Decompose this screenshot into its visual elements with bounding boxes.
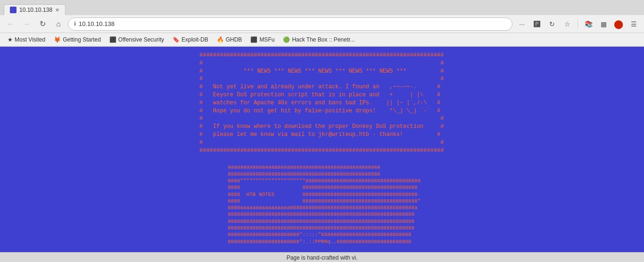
bookmark-label-msfu: MSFu (259, 36, 274, 43)
bookmark-hackthebox[interactable]: 🟢 Hack The Box :: Penetr... (279, 35, 358, 44)
msfu-icon: ⬛ (250, 36, 257, 43)
nav-bar: ← → ↻ ⌂ ℹ ··· 🅿 ↻ ☆ 📚 ▦ ⬤ ☰ (0, 15, 644, 33)
more-button[interactable]: ··· (515, 17, 528, 31)
sidebar-button[interactable]: ▦ (597, 17, 610, 31)
exploit-db-icon: 🔖 (173, 36, 180, 43)
bookmark-most-visited[interactable]: ★ Most Visited (4, 35, 49, 44)
forward-button[interactable]: → (20, 17, 33, 31)
address-input[interactable] (79, 20, 506, 27)
bookmark-getting-started[interactable]: 🦊 Getting Started (50, 35, 105, 44)
bookmark-exploit-db[interactable]: 🔖 Exploit-DB (169, 35, 212, 44)
home-button[interactable]: ⌂ (52, 17, 65, 31)
browser-chrome: 10.10.10.138 ✕ ← → ↻ ⌂ ℹ ··· 🅿 ↻ ☆ 📚 ▦ ⬤… (0, 0, 644, 47)
bookmark-label-getting-started: Getting Started (63, 36, 101, 43)
bookmark-ghdb[interactable]: 🔥 GHDB (213, 35, 246, 44)
active-tab[interactable]: 10.10.10.138 ✕ (4, 4, 66, 15)
back-button[interactable]: ← (4, 17, 17, 31)
news-block: ########################################… (199, 51, 445, 154)
offensive-security-icon: ⬛ (109, 36, 116, 43)
library-button[interactable]: 📚 (582, 17, 595, 31)
bookmarks-bar: ★ Most Visited 🦊 Getting Started ⬛ Offen… (0, 33, 644, 46)
bookmark-msfu[interactable]: ⬛ MSFu (247, 35, 278, 44)
ghdb-icon: 🔥 (217, 36, 224, 43)
page-content: ########################################… (0, 47, 644, 252)
bookmark-label-hackthebox: Hack The Box :: Penetr... (292, 36, 355, 43)
hackthebox-icon: 🟢 (283, 36, 290, 43)
bookmark-label-most-visited: Most Visited (15, 36, 45, 43)
bookmark-label-ghdb: GHDB (226, 36, 242, 43)
bookmark-label-offensive-security: Offensive Security (118, 36, 164, 43)
sync-button[interactable]: ↻ (545, 17, 559, 31)
divider (578, 20, 578, 28)
bookmark-offensive-security[interactable]: ⬛ Offensive Security (106, 35, 168, 44)
bookmark-label-exploit-db: Exploit-DB (182, 36, 208, 43)
tab-title: 10.10.10.138 (19, 7, 52, 13)
firefox-account-button[interactable]: ⬤ (612, 17, 625, 31)
pocket-button[interactable]: 🅿 (530, 17, 544, 31)
most-visited-icon: ★ (8, 36, 13, 43)
status-text: Page is hand-crafted with vi. (287, 254, 358, 261)
tab-close-btn[interactable]: ✕ (55, 7, 59, 13)
address-bar-container: ℹ (68, 17, 512, 31)
getting-started-icon: 🦊 (54, 36, 61, 43)
star-button[interactable]: ☆ (561, 17, 574, 31)
art-block: aaaaaaaaaaaaaaaaaaaaaaaaaaaaaaaaaaaaaaaa… (228, 164, 416, 245)
nav-right-icons: ··· 🅿 ↻ ☆ 📚 ▦ ⬤ ☰ (515, 17, 640, 31)
reload-button[interactable]: ↻ (36, 17, 49, 31)
tab-favicon (10, 7, 17, 13)
status-bar: Page is hand-crafted with vi. (0, 252, 644, 262)
tab-bar: 10.10.10.138 ✕ (0, 0, 644, 15)
info-icon: ℹ (74, 21, 76, 27)
menu-button[interactable]: ☰ (627, 17, 640, 31)
